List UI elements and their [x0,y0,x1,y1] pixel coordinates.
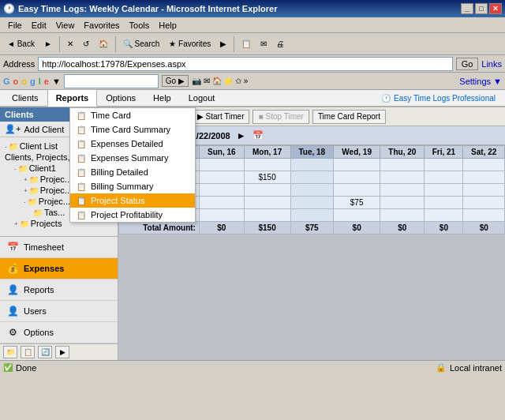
stop-timer-icon: ■ [258,112,263,121]
menu-edit[interactable]: Edit [27,19,51,32]
menu-item-expenses-detailed[interactable]: 📋 Expenses Detailed [70,137,195,151]
calendar-icon[interactable]: 📅 [252,130,264,141]
timesheet-label: Timesheet [24,242,64,252]
sidebar-small-btn-1[interactable]: 📁 [3,346,17,358]
toolbar-separator-3 [234,36,234,52]
close-button[interactable]: ✕ [489,3,502,14]
menu-item-time-card[interactable]: 📋 Time Card [70,108,195,122]
expand-icon: - [14,165,17,172]
nav-options[interactable]: ⚙ Options [0,322,118,343]
menu-item-label: Billing Detailed [91,167,148,177]
reports-label: Reports [24,285,54,294]
tab-help[interactable]: Help [144,89,180,107]
cell [463,197,505,209]
total-row: Total Amount: $0 $150 $75 $0 $0 $0 $0 [119,222,505,234]
col-thu20: Thu, 20 [380,146,425,159]
total-label: Total Amount: [119,222,200,234]
menu-item-project-profitability[interactable]: 📋 Project Profitability [70,208,195,222]
app-logo: 🕐 Easy Time Logs Professional [381,94,502,103]
media-button[interactable]: ▶ [216,36,230,53]
sidebar-small-btn-4[interactable]: ▶ [55,346,69,358]
google-search-input[interactable] [64,74,159,88]
google-label: G [3,77,10,86]
folder-icon: 📁 [9,142,18,151]
users-icon: 👤 [6,305,19,317]
google-dropdown[interactable]: ▼ [52,77,61,86]
col-sat22: Sat, 22 [463,146,505,159]
menu-tools[interactable]: Tools [125,19,155,32]
maximize-button[interactable]: □ [475,3,488,14]
folder-icon: 📁 [33,208,43,217]
total-sun: $0 [199,222,244,234]
tree-label: Client1 [29,163,56,173]
expenses-detailed-icon: 📋 [77,139,86,148]
tab-reports[interactable]: Reports [47,89,98,107]
tree-label: Tas... [44,208,65,217]
history-button[interactable]: 📋 [238,36,255,53]
menu-favorites[interactable]: Favorites [79,19,124,32]
nav-timesheet[interactable]: 📅 Timesheet [0,237,118,258]
app-icon: 🕐 [3,3,15,14]
search-button[interactable]: 🔍 Search [119,36,163,53]
sidebar-small-btn-2[interactable]: 📋 [21,346,35,358]
billing-summary-icon: 📋 [77,182,86,191]
home-button[interactable]: 🏠 [95,36,112,53]
tab-logout[interactable]: Logout [180,89,224,107]
next-week-button[interactable]: ► [234,130,249,141]
project-status-icon: 📋 [77,196,86,205]
options-icon: ⚙ [6,326,19,339]
nav-reports[interactable]: 👤 Reports [0,279,118,301]
cell [244,184,290,197]
folder-icon: 📁 [18,164,28,173]
tree-label: Projec... [39,197,70,206]
google-icons: 📷 ✉ 🏠 ⭐ ✩ » [192,77,248,85]
google-go-button[interactable]: Go ▶ [162,75,189,87]
tab-clients[interactable]: Clients [3,89,47,107]
cell: $75 [333,197,380,209]
settings-button[interactable]: Settings ▼ [459,77,502,86]
menu-item-expenses-summary[interactable]: 📋 Expenses Summary [70,151,195,165]
menu-item-billing-detailed[interactable]: 📋 Billing Detailed [70,165,195,179]
time-card-report-button[interactable]: Time Card Report [312,110,386,124]
col-wed19: Wed, 19 [333,146,380,159]
favorites-button[interactable]: ★ Favorites [165,36,215,53]
go-button[interactable]: Go [456,58,479,70]
expand-icon: + [14,220,18,227]
window-title: Easy Time Logs: Weekly Calendar - Micros… [18,4,277,13]
menu-view[interactable]: View [51,19,80,32]
col-sun16: Sun, 16 [199,146,244,159]
back-button[interactable]: ◄ Back [3,36,39,53]
start-timer-button[interactable]: ▶ Start Timer [192,110,250,124]
col-fri21: Fri, 21 [425,146,463,159]
nav-expenses[interactable]: 💰 Expenses [0,258,118,279]
address-input[interactable] [38,57,452,71]
menu-item-time-card-summary[interactable]: 📋 Time Card Summary [70,122,195,137]
total-thu: $0 [380,222,425,234]
tab-options[interactable]: Options [97,89,144,107]
menu-item-project-status[interactable]: 📋 Project Status [70,193,195,208]
menu-file[interactable]: File [3,19,27,32]
cell [199,159,244,171]
refresh-button[interactable]: ↺ [79,36,93,53]
cell [380,171,425,184]
menu-help[interactable]: Help [154,19,181,32]
forward-button[interactable]: ► [40,36,56,53]
time-card-icon: 📋 [77,111,86,120]
cell [199,171,244,184]
stop-timer-button[interactable]: ■ Stop Timer [252,110,309,124]
stop-button[interactable]: ✕ [63,36,77,53]
total-mon: $150 [244,222,290,234]
clients-section-title: Clients [5,110,34,119]
cell [425,171,463,184]
google-icon-5: e [44,77,49,86]
sidebar-small-btn-3[interactable]: 🔄 [38,346,52,358]
nav-users[interactable]: 👤 Users [0,301,118,322]
links-button[interactable]: Links [481,59,502,69]
window-controls[interactable]: _ □ ✕ [461,3,502,14]
menu-item-billing-summary[interactable]: 📋 Billing Summary [70,179,195,193]
print-button[interactable]: 🖨 [272,36,288,53]
minimize-button[interactable]: _ [461,3,473,14]
cell [199,197,244,209]
mail-button[interactable]: ✉ [256,36,271,53]
total-tue: $75 [290,222,333,234]
